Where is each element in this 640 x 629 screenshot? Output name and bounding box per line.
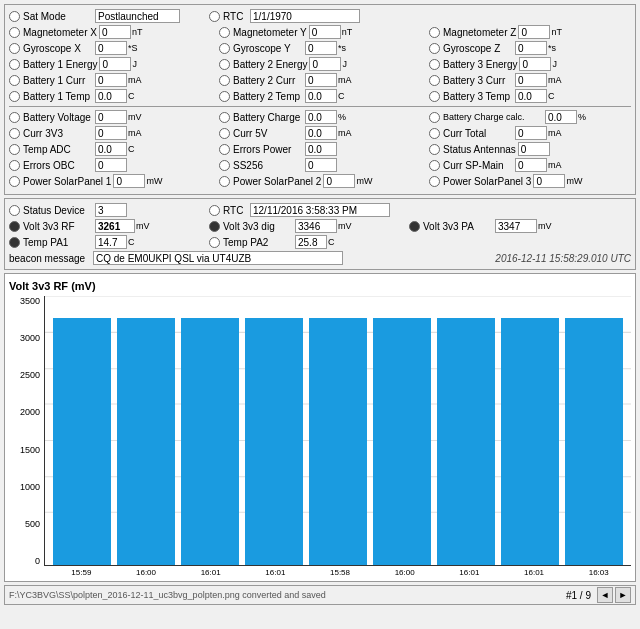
mag-y-input[interactable] [309,25,341,39]
gyro-x-radio[interactable] [9,43,20,54]
b1-temp-radio[interactable] [9,91,20,102]
b1-energy-radio[interactable] [9,59,20,70]
volt-dig-input[interactable] [295,219,337,233]
b3-curr-radio[interactable] [429,75,440,86]
batt-chg-input[interactable] [305,110,337,124]
batt-chg-radio[interactable] [219,112,230,123]
b1-temp-input[interactable] [95,89,127,103]
batt-volt-radio[interactable] [9,112,20,123]
temp-adc-input[interactable] [95,142,127,156]
b3-energy-input[interactable] [519,57,551,71]
beacon-input[interactable] [93,251,343,265]
gyro-row: Gyroscope X *S Gyroscope Y *s Gyroscope … [9,41,631,55]
b1-curr-input[interactable] [95,73,127,87]
batt-chg-calc-unit: % [578,112,596,122]
b2-temp-radio[interactable] [219,91,230,102]
x-label-4: 16:01 [243,568,308,577]
curr-3v3-radio[interactable] [9,128,20,139]
b1-energy-input[interactable] [99,57,131,71]
gyro-z-input[interactable] [515,41,547,55]
gyro-z-unit: *s [548,43,566,53]
mag-y-radio[interactable] [219,27,230,38]
errors-power-input[interactable] [305,142,337,156]
pwr-solar3-radio[interactable] [429,176,440,187]
volt-rf-input[interactable] [95,219,135,233]
timestamp: 2016-12-11 15:58:29.010 UTC [495,253,631,264]
mag-x-input[interactable] [99,25,131,39]
gyro-x-input[interactable] [95,41,127,55]
b3-curr-input[interactable] [515,73,547,87]
gyro-y-radio[interactable] [219,43,230,54]
mag-z-radio[interactable] [429,27,440,38]
b2-energy-input[interactable] [309,57,341,71]
temp-pa1-group: Temp PA1 C [9,235,209,249]
footer-path: F:\YC3BVG\SS\polpten_2016-12-11_uc3bvg_p… [9,590,566,600]
status-device-input[interactable] [95,203,127,217]
b2-energy-radio[interactable] [219,59,230,70]
mag-z-input[interactable] [518,25,550,39]
temp-pa1-unit: C [128,237,146,247]
curr-3v3-input[interactable] [95,126,127,140]
prev-button[interactable]: ◄ [597,587,613,603]
batt-volt-input[interactable] [95,110,127,124]
errors-obc-radio[interactable] [9,160,20,171]
next-button[interactable]: ► [615,587,631,603]
batt-chg-calc-input[interactable] [545,110,577,124]
volt-pa-radio[interactable] [409,221,420,232]
errors-power-radio[interactable] [219,144,230,155]
status-device-radio[interactable] [9,205,20,216]
temp-adc-radio[interactable] [9,144,20,155]
pwr-solar2-radio[interactable] [219,176,230,187]
rtc-input[interactable] [250,9,360,23]
curr-sp-main-radio[interactable] [429,160,440,171]
temp-pa1-radio[interactable] [9,237,20,248]
gyro-y-input[interactable] [305,41,337,55]
ss256-radio[interactable] [219,160,230,171]
errors-obc-input[interactable] [95,158,127,172]
curr-total-radio[interactable] [429,128,440,139]
pwr-solar3-input[interactable] [533,174,565,188]
b2-curr-radio[interactable] [219,75,230,86]
status-ant-input[interactable] [518,142,550,156]
batt-chg-calc-radio[interactable] [429,112,440,123]
volt-rf-unit: mV [136,221,154,231]
curr-total-input[interactable] [515,126,547,140]
b1-curr-radio[interactable] [9,75,20,86]
batt-volt-label: Battery Voltage [23,112,93,123]
sat-mode-input[interactable] [95,9,180,23]
b3-temp-radio[interactable] [429,91,440,102]
temp-pa2-input[interactable] [295,235,327,249]
curr-3v3-label: Curr 3V3 [23,128,93,139]
b2-curr-input[interactable] [305,73,337,87]
rtc-status-input[interactable] [250,203,390,217]
temp-adc-unit: C [128,144,146,154]
volt-rf-radio[interactable] [9,221,20,232]
temp-pa2-radio[interactable] [209,237,220,248]
ss256-input[interactable] [305,158,337,172]
gyro-z-radio[interactable] [429,43,440,54]
b2-temp-input[interactable] [305,89,337,103]
status-ant-radio[interactable] [429,144,440,155]
pwr-solar1-input[interactable] [113,174,145,188]
y-label-3000: 3000 [9,333,40,343]
temp-pa1-input[interactable] [95,235,127,249]
pwr-solar3-label: Power SolarPanel 3 [443,176,531,187]
b3-energy-radio[interactable] [429,59,440,70]
batt-chg-unit: % [338,112,356,122]
pwr-solar2-input[interactable] [323,174,355,188]
sat-mode-radio[interactable] [9,11,20,22]
b3-energy-unit: J [552,59,570,69]
pwr-solar1-radio[interactable] [9,176,20,187]
volt-pa-input[interactable] [495,219,537,233]
curr-5v-radio[interactable] [219,128,230,139]
curr-total-group: Curr Total mA [429,126,631,140]
rtc-status-radio[interactable] [209,205,220,216]
curr-sp-main-input[interactable] [515,158,547,172]
errors-power-label: Errors Power [233,144,303,155]
mag-x-radio[interactable] [9,27,20,38]
mag-x-unit: nT [132,27,150,37]
curr-5v-input[interactable] [305,126,337,140]
volt-dig-radio[interactable] [209,221,220,232]
b3-temp-input[interactable] [515,89,547,103]
rtc-radio[interactable] [209,11,220,22]
